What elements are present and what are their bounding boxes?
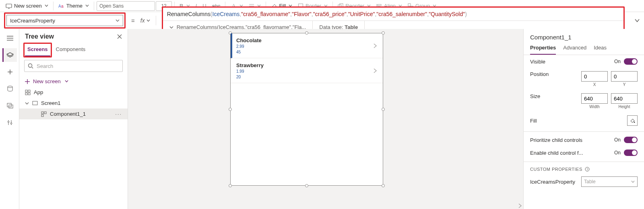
help-icon[interactable]: ? — [585, 167, 590, 172]
close-icon[interactable] — [117, 34, 122, 39]
selected-component[interactable]: Chocolate2.9945Strawberry1.9920 — [230, 33, 383, 186]
prop-enable-label: Enable child control f... — [530, 150, 583, 156]
plus-icon — [25, 79, 30, 84]
size-width-input[interactable] — [581, 93, 608, 104]
search-icon — [28, 63, 33, 69]
list-item-title: Strawberry — [236, 62, 377, 68]
fx-button[interactable]: fx — [140, 17, 150, 24]
rail-insert[interactable] — [2, 65, 17, 79]
main-area: Tree view Screens Components Search New … — [0, 29, 644, 209]
rail-tools[interactable] — [2, 116, 17, 129]
tree-search-input[interactable]: Search — [24, 60, 123, 72]
svg-rect-0 — [6, 4, 12, 8]
chevron-down-icon — [45, 4, 48, 8]
svg-point-30 — [29, 64, 32, 68]
list-item[interactable]: Chocolate2.9945 — [231, 33, 383, 58]
left-rail — [0, 29, 19, 209]
prop-prioritize-label: Prioritize child controls — [530, 137, 582, 143]
tab-screens[interactable]: Screens — [25, 45, 50, 56]
prop-fill-label: Fill — [530, 118, 537, 124]
screen-icon — [32, 101, 38, 106]
chevron-down-icon — [65, 80, 68, 83]
svg-text:a: a — [61, 4, 64, 8]
properties-panel: Component1_1 Properties Advanced Ideas V… — [523, 29, 644, 209]
more-icon[interactable]: ··· — [115, 111, 122, 117]
app-icon — [25, 90, 31, 95]
tab-components[interactable]: Components — [54, 45, 88, 56]
svg-text:A: A — [58, 4, 61, 8]
chevron-right-icon[interactable] — [518, 203, 522, 208]
svg-text:?: ? — [586, 168, 588, 171]
tree-component1[interactable]: Component1_1 ··· — [19, 109, 128, 119]
rail-data[interactable] — [2, 82, 17, 96]
properties-title: Component1_1 — [524, 29, 644, 42]
sliders-icon — [7, 120, 13, 125]
list-item-price: 2.99 — [236, 44, 377, 49]
chevron-down-icon — [116, 18, 120, 23]
prop-size-label: Size — [530, 93, 540, 99]
svg-rect-23 — [9, 105, 13, 108]
svg-point-21 — [8, 86, 12, 88]
chevron-right-icon — [373, 43, 377, 49]
custom-prop-type-dropdown[interactable]: Table — [581, 176, 638, 187]
property-selector-value: IceCreamsProperty — [10, 18, 55, 24]
plus-icon — [7, 69, 13, 75]
chevron-down-icon — [25, 101, 29, 105]
svg-rect-36 — [25, 93, 27, 95]
chevron-right-icon — [373, 68, 377, 74]
svg-line-31 — [32, 67, 33, 68]
enable-toggle[interactable] — [624, 150, 638, 156]
prop-position-label: Position — [530, 71, 549, 77]
canvas[interactable]: Chocolate2.9945Strawberry1.9920 — [128, 29, 523, 209]
list-item-title: Chocolate — [236, 37, 377, 43]
tab-properties[interactable]: Properties — [530, 45, 556, 55]
svg-point-42 — [634, 122, 635, 123]
tab-ideas[interactable]: Ideas — [594, 45, 607, 55]
theme-label: Theme — [66, 3, 83, 9]
layers-icon — [6, 52, 14, 58]
theme-button[interactable]: Aa Theme — [56, 1, 91, 11]
tree-new-screen[interactable]: New screen — [19, 76, 128, 87]
list-item[interactable]: Strawberry1.9920 — [231, 58, 383, 83]
svg-rect-39 — [41, 112, 43, 114]
size-height-input[interactable] — [611, 93, 638, 104]
svg-rect-40 — [44, 112, 46, 114]
database-icon — [7, 86, 13, 92]
component-icon — [41, 111, 47, 117]
svg-rect-37 — [28, 93, 30, 95]
custom-properties-section: CUSTOM PROPERTIES ? — [524, 162, 644, 173]
formula-bar: IceCreamsProperty = fx RenameColumns(Ice… — [0, 12, 644, 29]
font-family-input[interactable] — [97, 1, 155, 11]
chevron-down-icon — [85, 4, 89, 8]
svg-rect-14 — [408, 4, 411, 6]
rail-tree-view[interactable] — [2, 48, 17, 62]
rail-hamburger[interactable] — [2, 31, 17, 45]
svg-rect-34 — [25, 90, 27, 92]
visible-toggle[interactable] — [624, 58, 638, 65]
position-y-input[interactable] — [611, 71, 638, 82]
rail-media[interactable] — [2, 99, 17, 113]
tree-panel: Tree view Screens Components Search New … — [19, 29, 128, 209]
tree-title: Tree view — [25, 33, 54, 40]
equals-label: = — [131, 17, 135, 24]
expand-formula-chevron-icon[interactable] — [634, 18, 640, 23]
new-screen-button[interactable]: New screen — [3, 1, 51, 11]
custom-prop-name: IceCreamsProperty — [530, 179, 575, 185]
fx-icon: fx — [140, 17, 145, 24]
tab-advanced[interactable]: Advanced — [563, 45, 586, 55]
paint-bucket-icon — [630, 118, 635, 123]
tree-screen1[interactable]: Screen1 — [19, 98, 128, 109]
svg-rect-12 — [378, 4, 381, 6]
fill-color-picker[interactable] — [627, 115, 638, 126]
media-icon — [7, 103, 13, 109]
chevron-down-icon — [631, 180, 635, 184]
position-x-input[interactable] — [581, 71, 608, 82]
svg-rect-35 — [28, 90, 30, 92]
property-selector-dropdown[interactable]: IceCreamsProperty — [6, 15, 123, 26]
prioritize-toggle[interactable] — [624, 137, 638, 143]
tree-app[interactable]: App — [19, 87, 128, 98]
new-screen-label: New screen — [14, 3, 42, 9]
formula-input[interactable]: RenameColumns(IceCreams,"cra56_flavornam… — [163, 8, 623, 20]
chevron-down-icon — [169, 25, 173, 29]
list-item-qty: 45 — [236, 50, 377, 55]
